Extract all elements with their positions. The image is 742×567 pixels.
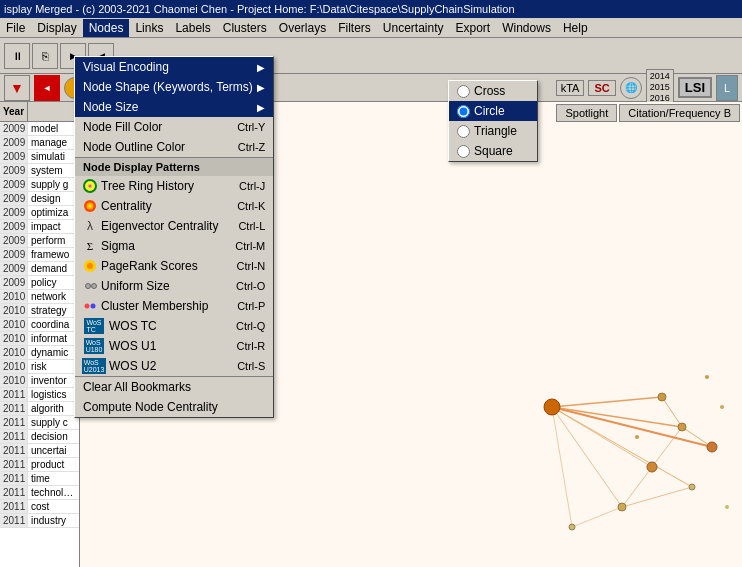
menu-item-centrality[interactable]: Centrality Ctrl-K (75, 196, 273, 216)
eigenvector-icon: λ (83, 219, 97, 233)
menu-links[interactable]: Links (129, 19, 169, 37)
sc-button[interactable]: SC (588, 80, 615, 96)
year-cell: 2010 (0, 360, 28, 373)
menu-item-wos-u1[interactable]: WoSU180 WOS U1 Ctrl-R (75, 336, 273, 356)
term-cell: perform (28, 234, 68, 247)
year-cell: 2009 (0, 150, 28, 163)
menu-item-node-shape[interactable]: Node Shape (Keywords, Terms) ▶ (75, 77, 273, 97)
svg-point-14 (544, 399, 560, 415)
shape-option-cross[interactable]: Cross (449, 81, 537, 101)
menu-item-eigenvector[interactable]: λ Eigenvector Centrality Ctrl-L (75, 216, 273, 236)
svg-point-24 (725, 505, 729, 509)
list-item: 2011 industry (0, 514, 79, 528)
year-cell: 2011 (0, 402, 28, 415)
menu-filters[interactable]: Filters (332, 19, 377, 37)
clear-bookmarks-label: Clear All Bookmarks (83, 380, 191, 394)
shape-radio-cross[interactable] (457, 85, 470, 98)
menu-item-cluster-membership[interactable]: Cluster Membership Ctrl-P (75, 296, 273, 316)
term-cell: coordina (28, 318, 72, 331)
centrality-icon (83, 199, 97, 213)
menu-help[interactable]: Help (557, 19, 594, 37)
term-cell: product (28, 458, 67, 471)
year-cell: 2010 (0, 304, 28, 317)
copy-button[interactable]: ⎘ (32, 43, 58, 69)
menu-item-compute-centrality[interactable]: Compute Node Centrality (75, 397, 273, 417)
menu-export[interactable]: Export (450, 19, 497, 37)
list-item: 2011 cost (0, 500, 79, 514)
menu-item-pagerank[interactable]: PageRank Scores Ctrl-N (75, 256, 273, 276)
shape-radio-square[interactable] (457, 145, 470, 158)
menu-item-clear-bookmarks[interactable]: Clear All Bookmarks (75, 376, 273, 397)
menu-uncertainty[interactable]: Uncertainty (377, 19, 450, 37)
term-cell: framewo (28, 248, 72, 261)
year-cell: 2011 (0, 500, 28, 513)
menu-overlays[interactable]: Overlays (273, 19, 332, 37)
shape-circle-label: Circle (474, 104, 505, 118)
term-cell: risk (28, 360, 50, 373)
wos-tc-label: WOS TC (109, 319, 157, 333)
menu-file[interactable]: File (0, 19, 31, 37)
year-cell: 2010 (0, 332, 28, 345)
term-cell: simulati (28, 150, 68, 163)
menu-item-node-fill-color[interactable]: Node Fill Color Ctrl-Y (75, 117, 273, 137)
list-item: 2009 system (0, 164, 79, 178)
list-item: 2009 framewo (0, 248, 79, 262)
shape-option-triangle[interactable]: Triangle (449, 121, 537, 141)
centrality-label: Centrality (101, 199, 152, 213)
menu-windows[interactable]: Windows (496, 19, 557, 37)
term-cell: policy (28, 276, 60, 289)
term-cell: informat (28, 332, 70, 345)
list-item: 2011 algorith (0, 402, 79, 416)
menu-item-node-size[interactable]: Node Size ▶ (75, 97, 273, 117)
shape-radio-triangle[interactable] (457, 125, 470, 138)
menu-item-wos-tc[interactable]: WoSTC WOS TC Ctrl-Q (75, 316, 273, 336)
eigenvector-label: Eigenvector Centrality (101, 219, 218, 233)
cluster-membership-icon (83, 299, 97, 313)
menu-item-node-outline-color[interactable]: Node Outline Color Ctrl-Z (75, 137, 273, 157)
term-cell: demand (28, 262, 70, 275)
svg-point-37 (91, 304, 96, 309)
year-cell: 2009 (0, 122, 28, 135)
list-item: 2010 informat (0, 332, 79, 346)
globe-button[interactable]: 🌐 (620, 77, 642, 99)
extra-btn[interactable]: L (716, 75, 738, 101)
sigma-shortcut: Ctrl-M (215, 240, 265, 252)
year-list-panel: Year 2009 model 2009 manage 2009 simulat… (0, 102, 80, 567)
shape-radio-circle[interactable] (457, 105, 470, 118)
uniform-size-shortcut: Ctrl-O (216, 280, 265, 292)
list-item: 2009 optimiza (0, 206, 79, 220)
year-cell: 2009 (0, 206, 28, 219)
wos-tc-shortcut: Ctrl-Q (216, 320, 265, 332)
shape-option-square[interactable]: Square (449, 141, 537, 161)
year-range[interactable]: 2014 2015 2016 (646, 69, 674, 105)
citation-freq-button[interactable]: Citation/Frequency B (619, 104, 740, 122)
spotlight-button[interactable]: Spotlight (556, 104, 617, 122)
shape-option-circle[interactable]: Circle (449, 101, 537, 121)
lsi-button[interactable]: LSI (678, 77, 712, 98)
shape-cross-label: Cross (474, 84, 505, 98)
menu-item-tree-ring[interactable]: Tree Ring History Ctrl-J (75, 176, 273, 196)
menu-bar: File Display Nodes Links Labels Clusters… (0, 18, 742, 38)
list-item: 2010 risk (0, 360, 79, 374)
svg-point-33 (87, 263, 93, 269)
term-cell: uncertai (28, 444, 70, 457)
kta-button[interactable]: kTA (556, 80, 585, 96)
filter-icon[interactable]: ▼ (4, 75, 30, 101)
menu-labels[interactable]: Labels (169, 19, 216, 37)
arrow-left-btn[interactable]: ◄ (34, 75, 60, 101)
menu-item-wos-u2[interactable]: WoSU2013 WOS U2 Ctrl-S (75, 356, 273, 376)
year-cell: 2009 (0, 192, 28, 205)
menu-nodes[interactable]: Nodes (83, 19, 130, 37)
menu-display[interactable]: Display (31, 19, 82, 37)
network-visualization (372, 267, 732, 547)
pause-button[interactable]: ⏸ (4, 43, 30, 69)
node-size-submenu: Cross Circle Triangle Square (448, 80, 538, 162)
list-item: 2011 technology (0, 486, 79, 500)
menu-item-uniform-size[interactable]: Uniform Size Ctrl-O (75, 276, 273, 296)
menu-item-sigma[interactable]: Σ Sigma Ctrl-M (75, 236, 273, 256)
list-item: 2009 supply g (0, 178, 79, 192)
list-item: 2009 model (0, 122, 79, 136)
menu-item-visual-encoding[interactable]: Visual Encoding ▶ (75, 57, 273, 77)
menu-clusters[interactable]: Clusters (217, 19, 273, 37)
term-cell: time (28, 472, 53, 485)
